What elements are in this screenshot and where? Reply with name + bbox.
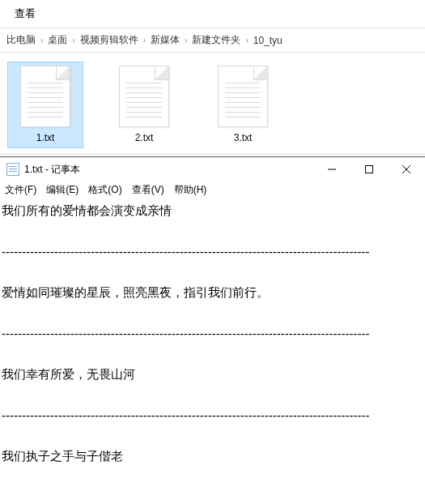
crumb-10tyu[interactable]: 10_tyu — [253, 35, 283, 46]
text-file-icon — [218, 66, 268, 127]
maximize-button[interactable] — [351, 157, 388, 182]
menu-view[interactable]: 查看(V) — [132, 183, 164, 197]
file-item[interactable]: 1.txt — [8, 62, 83, 147]
file-label: 2.txt — [135, 132, 154, 143]
notepad-menubar: 文件(F) 编辑(E) 格式(O) 查看(V) 帮助(H) — [0, 182, 425, 200]
crumb-videoedit[interactable]: 视频剪辑软件 — [80, 33, 138, 47]
notepad-text-area[interactable]: 我们所有的爱情都会演变成亲情 -------------------------… — [0, 200, 425, 468]
crumb-newmedia[interactable]: 新媒体 — [151, 33, 180, 47]
file-list: 1.txt 2.txt 3.txt — [0, 53, 425, 154]
close-button[interactable] — [388, 157, 425, 182]
chevron-right-icon: › — [183, 36, 189, 45]
crumb-pc[interactable]: 比电脑 — [6, 33, 36, 47]
menu-edit[interactable]: 编辑(E) — [46, 183, 79, 197]
notepad-titlebar[interactable]: 1.txt - 记事本 — [0, 157, 425, 182]
menu-view[interactable]: 查看 — [15, 7, 36, 19]
svg-rect-1 — [366, 166, 373, 173]
text-file-icon — [20, 66, 70, 127]
text-line: 爱情如同璀璨的星辰，照亮黑夜，指引我们前行。 — [2, 282, 423, 304]
file-label: 1.txt — [36, 132, 55, 143]
chevron-right-icon: › — [142, 36, 147, 45]
chevron-right-icon: › — [39, 36, 45, 45]
menu-help[interactable]: 帮助(H) — [174, 183, 207, 197]
text-file-icon — [119, 66, 169, 127]
separator-line: ----------------------------------------… — [2, 243, 423, 262]
minimize-button[interactable] — [313, 157, 351, 182]
file-label: 3.txt — [234, 132, 253, 143]
notepad-icon — [6, 163, 19, 176]
file-item[interactable]: 2.txt — [107, 62, 181, 147]
file-item[interactable]: 3.txt — [206, 62, 280, 147]
text-line: 我们幸有所爱，无畏山河 — [2, 364, 423, 386]
explorer-toolbar: 查看 — [0, 0, 425, 28]
separator-line: ----------------------------------------… — [2, 325, 423, 344]
text-line: 我们执子之手与子偕老 — [2, 446, 423, 468]
breadcrumb[interactable]: 比电脑 › 桌面 › 视频剪辑软件 › 新媒体 › 新建文件夹 › 10_tyu — [0, 28, 425, 53]
window-controls — [313, 157, 425, 182]
chevron-right-icon: › — [244, 36, 249, 45]
explorer-region: 查看 比电脑 › 桌面 › 视频剪辑软件 › 新媒体 › 新建文件夹 › 10_… — [0, 0, 425, 155]
notepad-window: 1.txt - 记事本 文件(F) 编辑(E) 格式(O) 查看(V) 帮助(H… — [0, 156, 425, 468]
crumb-desktop[interactable]: 桌面 — [48, 33, 67, 47]
window-title: 1.txt - 记事本 — [24, 163, 80, 177]
menu-format[interactable]: 格式(O) — [88, 183, 121, 197]
separator-line: ----------------------------------------… — [2, 407, 423, 425]
text-line: 我们所有的爱情都会演变成亲情 — [2, 200, 423, 222]
chevron-right-icon: › — [70, 36, 76, 45]
menu-file[interactable]: 文件(F) — [5, 183, 36, 197]
crumb-newfolder[interactable]: 新建文件夹 — [192, 33, 240, 47]
